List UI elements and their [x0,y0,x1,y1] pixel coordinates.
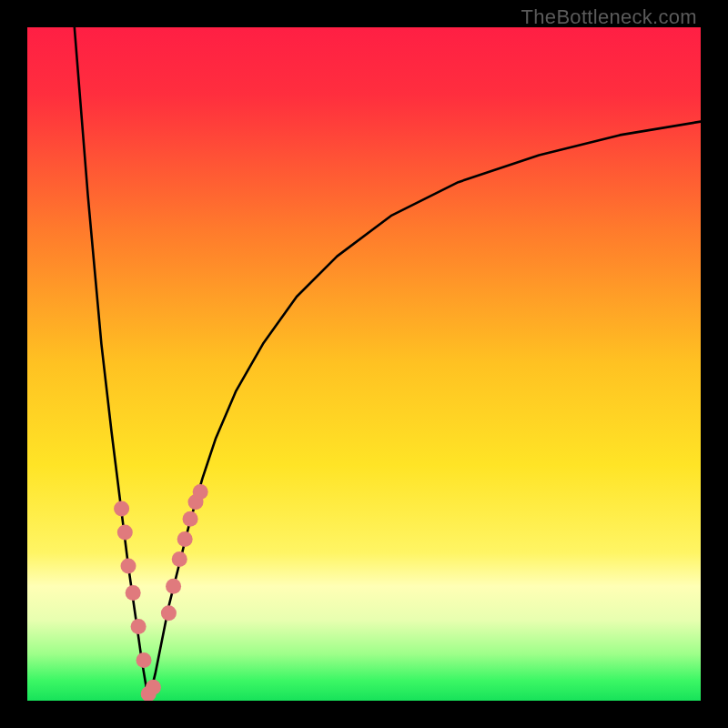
marker-dot [126,585,141,601]
marker-dot [161,605,177,621]
watermark-text: TheBottleneck.com [521,5,697,29]
marker-dot [177,531,193,547]
marker-dot [146,680,161,695]
marker-dot [183,511,198,527]
marker-dot [117,524,133,540]
marker-dot [120,558,136,573]
curve-layer [27,27,701,701]
marker-dot [166,579,181,594]
marker-dot [172,551,187,567]
marker-dot [136,652,152,668]
chart-frame: TheBottleneck.com [0,0,728,728]
plot-area [27,27,701,701]
bottleneck-curve [75,27,701,701]
marker-dot [114,501,129,517]
marker-dot [131,619,147,634]
valley-markers [114,484,208,701]
marker-dot [193,484,208,500]
